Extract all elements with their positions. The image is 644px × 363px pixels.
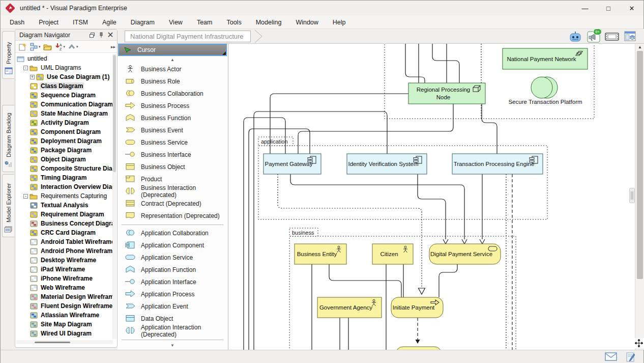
mail-icon[interactable] [605, 352, 617, 363]
tab-model-explorer[interactable]: Model Explorer [2, 174, 14, 237]
menu-dash[interactable]: Dash [3, 17, 32, 28]
palette-item-business-collaboration[interactable]: Business Collaboration [118, 88, 227, 100]
palette-item-product[interactable]: Product [118, 173, 227, 185]
tree-item-business-concept-diagram[interactable]: Business Concept Diagram [16, 219, 113, 228]
tab-diagram-backlog[interactable]: Diagram Backlog [2, 105, 14, 172]
connector-8[interactable] [244, 118, 285, 350]
tree-item-use-case-diagram-1-[interactable]: +Use Case Diagram (1) [16, 72, 113, 81]
menu-project[interactable]: Project [32, 17, 66, 28]
connector-7[interactable] [482, 104, 497, 154]
palette-item-representation-deprecated-[interactable]: Representation (Deprecated) [118, 210, 227, 222]
new-diagram-button[interactable] [17, 42, 28, 52]
menu-tools[interactable]: Tools [219, 17, 248, 28]
tree-item-interaction-overview-diagram[interactable]: Interaction Overview Diagram [16, 182, 113, 191]
menu-view[interactable]: View [162, 17, 190, 28]
tree-item-requirement-diagram[interactable]: Requirement Diagram [16, 210, 113, 219]
palette-item-business-function[interactable]: Business Function [118, 112, 227, 124]
palette-scroll-up-icon[interactable]: ▲ [118, 58, 227, 62]
presentation-icon[interactable] [605, 30, 619, 43]
palette-item-application-collaboration[interactable]: Application Collaboration [118, 227, 227, 239]
menu-window[interactable]: Window [288, 17, 325, 28]
menu-diagram[interactable]: Diagram [124, 17, 162, 28]
tree-item-activity-diagram[interactable]: Activity Diagram [16, 118, 113, 127]
palette-item-application-process[interactable]: Application Process [118, 288, 227, 300]
tree-item-class-diagram[interactable]: Class Diagram [16, 81, 113, 91]
menu-agile[interactable]: Agile [95, 17, 124, 28]
tree-item-textual-analysis[interactable]: Textual Analysis [16, 201, 113, 210]
palette-item-business-event[interactable]: Business Event [118, 124, 227, 136]
tab-property[interactable]: Property [2, 31, 14, 79]
node-business-entity[interactable]: Business Entity [295, 244, 346, 264]
tree-item-deployment-diagram[interactable]: Deployment Diagram [16, 136, 113, 146]
maximize-button[interactable]: □ [597, 1, 620, 16]
palette-item-application-service[interactable]: Application Service [118, 252, 227, 264]
node-secure-transaction-platform[interactable]: Secure Transaction Platform [508, 77, 582, 105]
tree-item-android-phone-wireframe[interactable]: Android Phone Wireframe [16, 246, 113, 256]
tree-item-material-design-wireframe[interactable]: Material Design Wireframe [16, 292, 113, 301]
scroll-up-icon[interactable]: ▲ [635, 44, 644, 50]
breadcrumb[interactable]: National Digital Payment Infrastructure [125, 31, 251, 42]
node-transaction-processing-engine[interactable]: Transaction Processing Engine [452, 154, 543, 174]
tree-item-untitled[interactable]: untitled [16, 54, 113, 63]
tree-item-sequence-diagram[interactable]: Sequence Diagram [16, 91, 113, 100]
tree-item-site-map-diagram[interactable]: Site Map Diagram [16, 320, 113, 329]
tree-item-object-diagram[interactable]: Object Diagram [16, 155, 113, 164]
palette-item-business-interaction-deprecated-[interactable]: Business Interaction (Deprecated) [118, 185, 227, 198]
tree-item-package-diagram[interactable]: Package Diagram [16, 146, 113, 155]
node-payment-gateway[interactable]: Payment Gateway [264, 154, 321, 174]
node-identity-verification-system[interactable]: Identity Verification System [347, 154, 427, 174]
tree-item-composite-structure-diagram[interactable]: Composite Structure Diagram [16, 164, 113, 173]
palette-item-application-interface[interactable]: Application Interface [118, 276, 227, 288]
open-folder-button[interactable] [42, 42, 53, 52]
notes-icon[interactable] [626, 352, 635, 363]
minimize-button[interactable]: — [573, 1, 597, 16]
tree-vertical-scrollbar[interactable] [112, 54, 116, 339]
connector-21[interactable] [439, 264, 457, 297]
palette-item-business-service[interactable]: Business Service [118, 136, 227, 149]
tree-expander[interactable]: + [30, 75, 35, 79]
node-initiate-payment[interactable]: Initiate Payment [391, 297, 443, 318]
connector-1[interactable] [405, 44, 425, 83]
collapse-button[interactable]: ▾ [67, 42, 79, 52]
tree-item-wired-ui-diagram[interactable]: Wired UI Diagram [16, 329, 113, 338]
palette-item-business-object[interactable]: Business Object [118, 161, 227, 173]
diagram-canvas[interactable]: applicationbusinessNational Payment Netw… [228, 44, 635, 350]
node-government-agency[interactable]: Government Agency [317, 297, 382, 318]
node-regional-processing-node[interactable]: Regional ProcessingNode [408, 83, 485, 104]
menu-itsm[interactable]: ITSM [66, 17, 95, 28]
tree-horizontal-scrollbar[interactable] [16, 340, 113, 344]
tree-item-crc-card-diagram[interactable]: CRC Card Diagram [16, 228, 113, 237]
palette-item-business-actor[interactable]: Business Actor [118, 63, 227, 75]
tree-item-web-wireframe[interactable]: Web Wireframe [16, 283, 113, 292]
node-digital-payment-service[interactable]: Digital Payment Service [429, 244, 501, 264]
tree-item-android-tablet-wireframe[interactable]: Android Tablet Wireframe [16, 237, 113, 246]
tree-item-iphone-wireframe[interactable]: iPhone Wireframe [16, 274, 113, 283]
connector-17[interactable] [329, 264, 401, 297]
node-citizen[interactable]: Citizen [372, 244, 413, 264]
tree-item-desktop-wireframe[interactable]: Desktop Wireframe [16, 256, 113, 265]
tree-item-atlassian-wireframe[interactable]: Atlassian Wireframe [16, 311, 113, 320]
node-national-payment-network[interactable]: National Payment Network [503, 48, 588, 69]
layers-icon[interactable] [623, 30, 637, 43]
palette-scroll-down-icon[interactable]: ▼ [118, 343, 227, 348]
tree-item-fluent-design-wireframe[interactable]: Fluent Design Wireframe [16, 301, 113, 311]
palette-item-contract-deprecated-[interactable]: Contract (Deprecated) [118, 198, 227, 210]
palette-item-application-event[interactable]: Application Event [118, 300, 227, 313]
panel-grip-handle[interactable] [629, 188, 635, 203]
tree-expander[interactable]: - [23, 194, 28, 199]
close-button[interactable]: ✕ [620, 1, 643, 16]
palette-item-business-role[interactable]: Business Role [118, 75, 227, 88]
tree-item-requirements-capturing[interactable]: -Requirements Capturing [16, 191, 113, 201]
palette-item-application-interaction-deprecated-[interactable]: Application Interaction (Deprecated) [118, 325, 227, 337]
tree-expander[interactable]: - [23, 66, 28, 70]
group-by-button[interactable]: ▾ [29, 42, 42, 52]
palette-item-application-component[interactable]: Application Component [118, 239, 227, 252]
palette-item-business-interface[interactable]: Business Interface [118, 149, 227, 161]
palette-item-application-function[interactable]: Application Function [118, 264, 227, 276]
palette-item-business-process[interactable]: Business Process [118, 100, 227, 112]
tree-item-component-diagram[interactable]: Component Diagram [16, 127, 113, 136]
menu-modeling[interactable]: Modeling [249, 17, 289, 28]
menu-help[interactable]: Help [326, 17, 353, 28]
float-panel-icon[interactable] [87, 31, 97, 39]
close-panel-icon[interactable]: ✕ [106, 31, 115, 39]
